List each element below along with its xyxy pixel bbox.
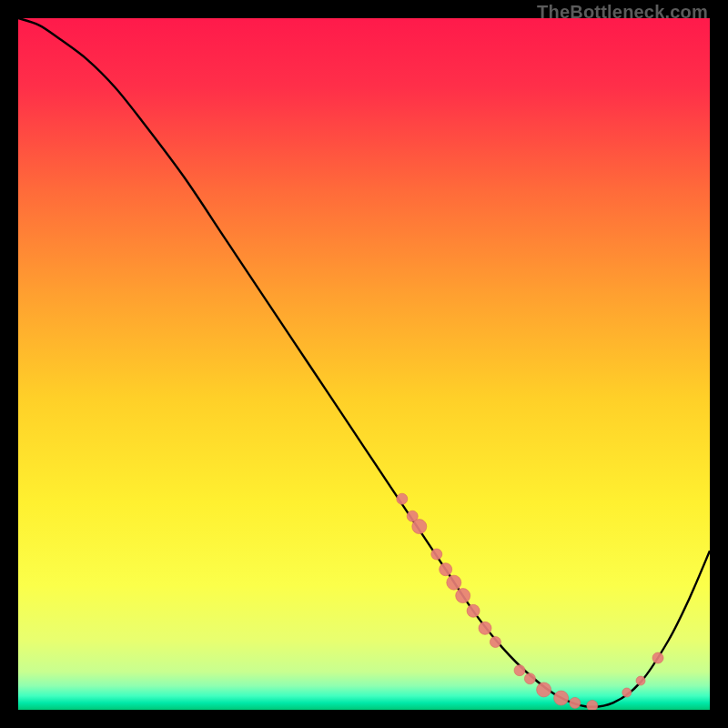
data-marker bbox=[479, 622, 491, 634]
chart-svg bbox=[18, 18, 710, 710]
data-marker bbox=[447, 575, 461, 590]
data-marker bbox=[514, 665, 525, 676]
data-marker bbox=[467, 604, 480, 617]
data-marker bbox=[622, 688, 632, 697]
watermark-text: TheBottleneck.com bbox=[537, 2, 708, 23]
data-marker bbox=[524, 673, 535, 684]
data-marker bbox=[490, 637, 500, 648]
data-marker bbox=[537, 682, 551, 697]
data-marker bbox=[456, 589, 470, 603]
data-marker bbox=[636, 676, 645, 685]
data-marker bbox=[652, 652, 663, 663]
gradient-bg bbox=[18, 18, 710, 710]
outer-frame: TheBottleneck.com bbox=[0, 0, 728, 728]
data-marker bbox=[440, 563, 452, 576]
data-marker bbox=[397, 493, 408, 504]
data-marker bbox=[570, 697, 581, 708]
plot-area bbox=[18, 18, 710, 710]
data-marker bbox=[431, 549, 442, 560]
data-marker bbox=[554, 691, 569, 705]
data-marker bbox=[412, 520, 427, 534]
data-marker bbox=[587, 700, 598, 710]
